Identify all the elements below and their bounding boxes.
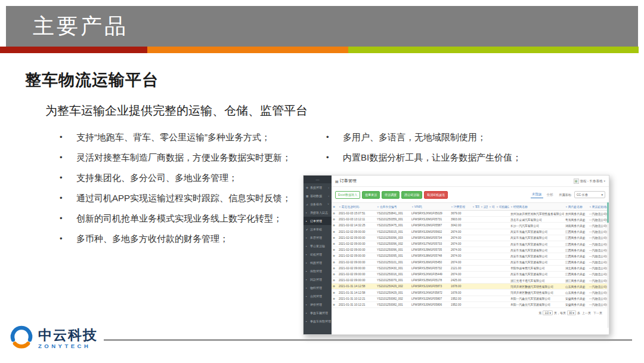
scrollbar[interactable]: [607, 202, 609, 328]
row-gear-icon[interactable]: ⚙: [332, 235, 338, 241]
cell-vin-link[interactable]: LFWSRXSJ0M1F05806: [410, 302, 450, 307]
table-row[interactable]: ⚙ 2021-02-02 09:00:00 YS2101250096_001 L…: [332, 247, 609, 253]
sidebar-item[interactable]: ✔ 运单审核: [304, 225, 332, 233]
scrollbar-thumb[interactable]: [607, 202, 609, 223]
bullet-item: 支持“地跑车、背车、零公里运输”多种业务方式；: [76, 133, 309, 142]
sidebar-item[interactable]: ▪ 质损导入日志: [304, 208, 332, 217]
pagination-suffix: 条: [577, 311, 580, 315]
row-gear-icon[interactable]: ⚙: [332, 211, 338, 217]
cell-vin-link[interactable]: LFWSRXSJ7M1F05733: [410, 241, 450, 247]
sidebar-item-icon: ▪: [306, 320, 309, 323]
sidebar-item[interactable]: ▪ 事故车保险管理: [304, 317, 332, 325]
row-gear-icon[interactable]: ⚙: [332, 253, 338, 259]
table-row[interactable]: ⚙ 2021-02-02 09:00:00 YS2101250430_001 L…: [332, 265, 609, 271]
table-header-cell[interactable]: ▼最近送达时间↓: [338, 203, 376, 211]
table-row[interactable]: ⚙ 2021-02-02 09:00:00 YS2101250096_003 L…: [332, 235, 609, 241]
table-row[interactable]: ⚙ 2021-02-02 09:00:00 YS2101250079_001 L…: [332, 278, 609, 284]
cell-vin-link[interactable]: LFWSRXSJXM1F05029: [410, 211, 450, 217]
row-gear-icon[interactable]: ⚙: [332, 241, 338, 247]
sidebar-item[interactable]: ▦ 基础数据 ‹: [304, 192, 332, 200]
gear-icon[interactable]: ⚙: [332, 203, 338, 211]
table-row[interactable]: ⚙ 2021-02-03 13:12:11 YS2101250359_001 L…: [332, 217, 609, 223]
row-gear-icon[interactable]: ⚙: [332, 296, 338, 302]
cell-vin-link[interactable]: LFWSRXSJXM1F05872: [410, 290, 450, 296]
table-row[interactable]: ⚙ 2021-02-02 09:00:00 YS2101250016_001 L…: [332, 271, 609, 277]
cell-driver: [488, 241, 495, 247]
chevron-icon: ˅: [327, 203, 329, 206]
toolbar-button[interactable]: 取消司机派送: [424, 191, 448, 199]
filter-tab[interactable]: 未指派: [531, 191, 543, 198]
table-header-cell[interactable]: ▼发运起始地名称: [588, 203, 609, 211]
cell-vin-link[interactable]: LFWSRXSJ2M1F05807: [410, 296, 450, 302]
cell-vin-link[interactable]: LFWSRXSJ3M1F05587: [410, 223, 450, 229]
table-header-cell[interactable]: ▼运到时间: [479, 203, 488, 211]
cell-vin-link[interactable]: LFWSRXSJ5M1F05178: [410, 278, 450, 284]
cell-vin-link[interactable]: LFWSRXSJ6M1F05734: [410, 235, 450, 241]
row-gear-icon[interactable]: ⚙: [332, 271, 338, 277]
sidebar-item[interactable]: ▪ 保险管理: [304, 267, 332, 275]
sidebar-item[interactable]: ▪ 评价管理: [304, 300, 332, 309]
table-header-cell[interactable]: ▼计费里程: [450, 203, 471, 211]
page-select[interactable]: 1/2 ▾: [543, 310, 552, 315]
page-size-select[interactable]: 30 ▾: [567, 310, 576, 315]
table-row[interactable]: ⚙ 2021-02-02 09:00:00 YS2101250101_001 L…: [332, 259, 609, 265]
cell-driver-confirm-time: [495, 265, 509, 271]
row-gear-icon[interactable]: ⚙: [332, 229, 338, 235]
cell-vin-link[interactable]: LFWSRXSJ6M1F05450: [410, 259, 450, 265]
table-row[interactable]: ⚙ 2021-02-02 14:32:25 YS2101250475_001 L…: [332, 223, 609, 229]
row-gear-icon[interactable]: ⚙: [332, 302, 338, 307]
table-row[interactable]: ⚙ 2021-02-02 09:00:00 YS2101250015_001 L…: [332, 229, 609, 235]
row-gear-icon[interactable]: ⚙: [332, 223, 338, 229]
sidebar-item[interactable]: ▪ 司机管理: [304, 250, 332, 259]
row-gear-icon[interactable]: ⚙: [332, 217, 338, 223]
cell-vin-link[interactable]: LFWSRXSJ0M1F05731: [410, 217, 450, 223]
sidebar-item[interactable]: ▪ 回款管理: [304, 275, 332, 284]
sidebar-item[interactable]: ▪ 订单管理: [304, 217, 332, 225]
cell-vin-link[interactable]: LFWSRXSJ5M1F05732: [410, 265, 450, 271]
table-row[interactable]: ⚙ 2021-01-31 10:12:21 YS2101250082_002 L…: [332, 296, 609, 302]
cell-vin-link[interactable]: LFWSRXSJ9M1F05735: [410, 247, 450, 253]
cell-vin-link[interactable]: LFWSRXSJ0M1F05602: [410, 229, 450, 235]
user-menu[interactable]: ▦ 张程 - 长春基地 ▾: [574, 179, 605, 184]
row-gear-icon[interactable]: ⚙: [332, 278, 338, 284]
table-row[interactable]: ⚙ 2021-01-31 14:12:58 YS2101250429_002 L…: [332, 284, 609, 290]
table-row[interactable]: ⚙ 2021-01-31 14:12:58 YS2101250429_001 L…: [332, 290, 609, 296]
table-header-cell[interactable]: ▼司机: [488, 203, 495, 211]
table-header-cell[interactable]: ▼商代处名称: [564, 203, 588, 211]
sidebar-item[interactable]: ▪ 物料管理: [304, 284, 332, 292]
row-gear-icon[interactable]: ⚙: [332, 247, 338, 253]
table-row[interactable]: ⚙ 2021-02-03 15:07:51 YS2101250841_001 L…: [332, 211, 609, 217]
table-header-cell[interactable]: ▼经销商名称: [509, 203, 564, 211]
table-row[interactable]: ⚙ 2021-01-31 10:12:21 YS2101250082_001 L…: [332, 302, 609, 307]
toolbar-button[interactable]: 批量发运: [362, 191, 380, 199]
cell-rep-office: 江西商务代表处: [564, 247, 588, 253]
table-header-cell[interactable]: ▼VIN码: [410, 203, 450, 211]
row-gear-icon[interactable]: ⚙: [332, 265, 338, 271]
sidebar-item[interactable]: ▪ 零公里运输: [304, 242, 332, 250]
table-row[interactable]: ⚙ 2021-02-02 09:00:00 YS2101250095_001 L…: [332, 253, 609, 259]
row-gear-icon[interactable]: ⚙: [332, 290, 338, 296]
toolbar-button[interactable]: 待运调度: [382, 191, 400, 199]
table-header-cell[interactable]: ▼司机确认时间: [495, 203, 509, 211]
base-select[interactable]: CC-长春 ▾: [574, 191, 605, 198]
table-header-cell[interactable]: ▼车队名称: [471, 203, 479, 211]
cell-vin-link[interactable]: LFWSRXSJ8M1F05748: [410, 253, 450, 259]
sidebar-item[interactable]: ⊿ 业务操作 ˅: [304, 200, 332, 208]
row-gear-icon[interactable]: ⚙: [332, 259, 338, 265]
cell-vin-link[interactable]: LFWSRXSJ1M1F05873: [410, 284, 450, 290]
row-gear-icon[interactable]: ⚙: [332, 284, 338, 290]
toolbar-button[interactable]: Excel数据导入: [335, 191, 360, 199]
sidebar-item[interactable]: ▪ 库存管理: [304, 233, 332, 242]
prev-page-link[interactable]: 上一页: [581, 311, 592, 315]
sidebar-item[interactable]: ▪ 线路管理: [304, 259, 332, 267]
toolbar-button[interactable]: 跨公司运输: [401, 191, 422, 199]
cell-fleet: [471, 278, 479, 284]
filter-tab[interactable]: 全部: [546, 192, 555, 198]
table-row[interactable]: ⚙ 2021-02-02 09:00:00 YS2101250096_002 L…: [332, 241, 609, 247]
next-page-link[interactable]: 下一页: [593, 311, 603, 315]
cell-vin-link[interactable]: LFWSRXSJXM1F05449: [410, 271, 450, 277]
sidebar-item[interactable]: ⚙ 系统管理 ‹: [304, 183, 332, 192]
table-header-cell[interactable]: ▼仓库作业编号: [376, 203, 410, 211]
sidebar-item[interactable]: ▪ 合同管理: [304, 292, 332, 300]
sidebar-item[interactable]: ▪ 事故车辆管理: [304, 309, 332, 317]
